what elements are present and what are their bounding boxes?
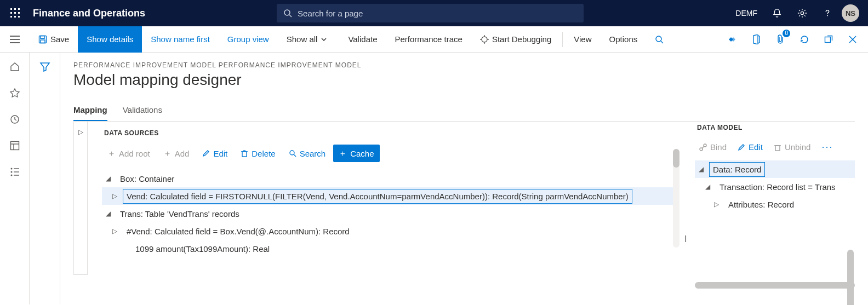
show-name-first-button[interactable]: Show name first (142, 26, 219, 53)
popout-icon[interactable] (818, 28, 840, 50)
show-all-button[interactable]: Show all (278, 26, 340, 53)
avatar[interactable]: NS (842, 4, 859, 22)
filter-icon[interactable] (39, 61, 50, 72)
svg-rect-33 (10, 142, 19, 150)
search-placeholder: Search for a page (298, 9, 363, 18)
filter-column (30, 53, 60, 304)
performance-trace-button[interactable]: Performance trace (386, 26, 471, 53)
svg-rect-8 (18, 16, 20, 18)
tree-row[interactable]: ◢Box: Container (102, 170, 679, 187)
attachment-icon[interactable]: 0 (769, 28, 791, 50)
search-icon (283, 9, 292, 18)
separator (562, 32, 563, 47)
tree-row[interactable]: ◢Transaction: Record list = Trans (695, 178, 855, 195)
tab-mapping[interactable]: Mapping (73, 100, 107, 121)
plus-icon: ＋ (163, 148, 172, 159)
find-button[interactable] (646, 26, 672, 53)
vertical-scrollbar[interactable] (847, 250, 854, 305)
refresh-icon[interactable] (793, 28, 815, 50)
svg-rect-7 (14, 16, 16, 18)
data-model-heading: DATA MODEL (697, 122, 855, 131)
vertical-scrollbar[interactable] (673, 149, 679, 248)
caret-down-icon[interactable]: ◢ (104, 175, 112, 182)
unbind-button[interactable]: Unbind (769, 140, 815, 154)
pencil-icon (738, 143, 745, 151)
svg-point-38 (10, 175, 12, 176)
svg-point-19 (482, 37, 487, 42)
star-icon[interactable] (4, 82, 26, 104)
tab-validations[interactable]: Validations (123, 100, 162, 121)
tree-row[interactable]: 1099 amount(Tax1099Amount): Real (102, 240, 679, 257)
tree-row[interactable]: ▷Attributes: Record (695, 195, 855, 213)
trash-icon (241, 149, 248, 157)
edit-button[interactable]: Edit (197, 145, 233, 162)
caret-right-icon[interactable]: ▷ (111, 227, 118, 235)
help-icon[interactable] (816, 2, 838, 24)
add-root-button[interactable]: ＋Add root (102, 145, 156, 162)
svg-point-12 (827, 15, 828, 16)
view-button[interactable]: View (565, 26, 600, 53)
close-icon[interactable] (842, 28, 864, 50)
modules-icon[interactable] (4, 161, 26, 183)
breadcrumb: PERFORMANCE IMPROVEMENT MODEL PERFORMANC… (73, 61, 855, 69)
start-debugging-button[interactable]: Start Debugging (471, 26, 560, 53)
data-sources-panel: ▷ DATA SOURCES ＋Add root ＋Add Edit Delet… (73, 122, 679, 289)
link-icon (699, 143, 707, 151)
options-button[interactable]: Options (601, 26, 647, 53)
splitter-handle[interactable]: || (679, 122, 690, 289)
cache-button[interactable]: ＋Cache (333, 145, 379, 162)
app-launcher-icon[interactable] (4, 2, 26, 24)
main-content: PERFORMANCE IMPROVEMENT MODEL PERFORMANC… (60, 53, 868, 304)
ds-search-button[interactable]: Search (283, 145, 332, 162)
delete-button[interactable]: Delete (235, 145, 281, 162)
data-model-tree: ◢Data: Record ◢Transaction: Record list … (695, 160, 855, 213)
tree-row-selected[interactable]: ◢Data: Record (695, 160, 855, 178)
svg-rect-18 (41, 40, 45, 43)
svg-rect-1 (14, 8, 16, 10)
svg-rect-4 (14, 12, 16, 14)
svg-rect-3 (10, 12, 12, 14)
company-code[interactable]: DEMF (730, 9, 763, 18)
scrollbar-thumb[interactable] (673, 149, 679, 168)
link-icon[interactable] (721, 28, 743, 50)
validate-button[interactable]: Validate (339, 26, 386, 53)
tree-row[interactable]: ▷#Vend: Calculated field = Box.Vend(@.Ac… (102, 222, 679, 240)
tree-row-selected[interactable]: ▷Vend: Calculated field = FIRSTORNULL(FI… (102, 187, 679, 205)
svg-rect-29 (825, 37, 831, 42)
office-icon[interactable] (745, 28, 767, 50)
caret-right-icon[interactable]: ▷ (712, 200, 720, 208)
svg-line-26 (758, 36, 760, 36)
home-icon[interactable] (4, 56, 26, 78)
workspace-icon[interactable] (4, 135, 26, 157)
tree-row[interactable]: ◢Trans: Table 'VendTrans' records (102, 205, 679, 222)
svg-point-11 (801, 11, 803, 14)
action-bar: Save Show details Show name first Group … (0, 26, 868, 53)
caret-down-icon[interactable]: ◢ (104, 210, 112, 217)
show-details-button[interactable]: Show details (78, 26, 142, 53)
svg-rect-2 (18, 8, 20, 10)
menu-toggle-icon[interactable] (0, 26, 30, 53)
svg-point-36 (10, 168, 12, 170)
horizontal-scrollbar[interactable] (695, 282, 855, 289)
svg-point-24 (656, 36, 661, 42)
caret-down-icon[interactable]: ◢ (697, 165, 705, 173)
global-search[interactable]: Search for a page (277, 4, 584, 22)
caret-down-icon[interactable]: ◢ (704, 183, 711, 191)
collapser-left[interactable]: ▷ (73, 122, 88, 275)
add-button[interactable]: ＋Add (158, 145, 195, 162)
svg-line-10 (289, 15, 292, 17)
dm-edit-button[interactable]: Edit (733, 140, 767, 154)
bind-button[interactable]: Bind (695, 140, 731, 154)
more-icon[interactable]: ··· (817, 139, 837, 155)
svg-point-37 (10, 171, 12, 173)
gear-icon[interactable] (791, 2, 813, 24)
caret-right-icon[interactable]: ▷ (111, 192, 118, 200)
svg-point-9 (284, 10, 290, 15)
save-button[interactable]: Save (30, 26, 78, 53)
group-view-button[interactable]: Group view (219, 26, 278, 53)
recent-icon[interactable] (4, 108, 26, 130)
bell-icon[interactable] (766, 2, 788, 24)
search-icon (655, 35, 664, 44)
chevron-down-icon (321, 36, 327, 43)
save-icon (38, 35, 47, 44)
